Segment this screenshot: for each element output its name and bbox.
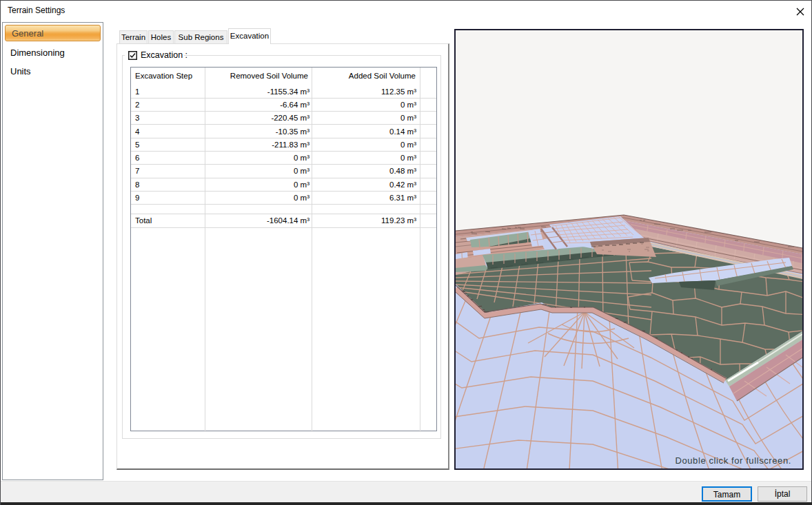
svg-text:Double click for fullscreen.: Double click for fullscreen. (675, 455, 791, 466)
